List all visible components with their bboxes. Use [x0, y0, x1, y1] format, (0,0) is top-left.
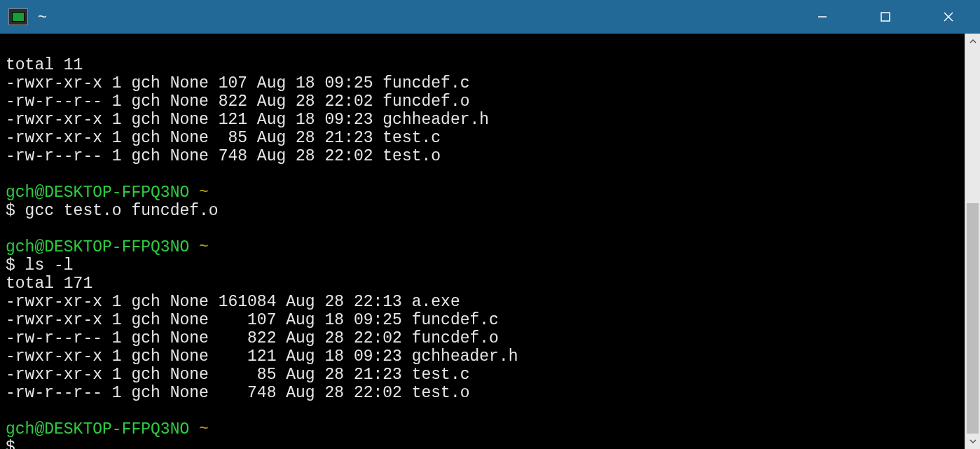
scrollbar[interactable]: [965, 34, 980, 449]
window-controls: [791, 0, 980, 34]
chevron-down-icon: [969, 438, 976, 445]
prompt-user: gch@DESKTOP-FFPQ3NO: [6, 420, 189, 438]
close-button[interactable]: [917, 0, 980, 34]
chevron-up-icon: [969, 38, 976, 45]
prompt-dollar: $: [6, 202, 25, 220]
scroll-thumb[interactable]: [967, 203, 979, 434]
prompt-path: ~: [189, 420, 209, 438]
ls-total-2: total 171: [6, 275, 92, 293]
command-2: ls -l: [25, 256, 74, 275]
svg-rect-1: [881, 13, 890, 21]
scroll-track[interactable]: [965, 49, 980, 434]
ls-row: -rwxr-xr-x 1 gch None 121 Aug 18 09:23 g…: [6, 111, 489, 129]
terminal-window: ~ total 11 -rwxr-xr-x 1 gch None 107 Aug…: [0, 0, 980, 449]
ls-row: -rw-r--r-- 1 gch None 748 Aug 28 22:02 t…: [6, 384, 470, 402]
app-icon: [8, 8, 28, 25]
titlebar[interactable]: ~: [0, 0, 980, 34]
scroll-down-button[interactable]: [965, 434, 980, 449]
maximize-button[interactable]: [854, 0, 917, 34]
prompt-user: gch@DESKTOP-FFPQ3NO: [6, 184, 189, 202]
ls-row: -rw-r--r-- 1 gch None 748 Aug 28 22:02 t…: [6, 147, 441, 165]
ls-row: -rw-r--r-- 1 gch None 822 Aug 28 22:02 f…: [6, 92, 470, 111]
ls-row: -rwxr-xr-x 1 gch None 85 Aug 28 21:23 te…: [6, 129, 441, 147]
maximize-icon: [880, 11, 891, 22]
ls-total-1: total 11: [6, 56, 83, 74]
ls-row: -rwxr-xr-x 1 gch None 85 Aug 28 21:23 te…: [6, 366, 470, 384]
prompt-dollar-final: $: [6, 438, 15, 449]
minimize-button[interactable]: [791, 0, 854, 34]
prompt-path: ~: [189, 238, 209, 256]
terminal-output[interactable]: total 11 -rwxr-xr-x 1 gch None 107 Aug 1…: [0, 34, 965, 449]
prompt-path: ~: [189, 184, 209, 202]
prompt-dollar: $: [6, 256, 25, 275]
close-icon: [942, 11, 955, 23]
blank-line: [6, 165, 959, 184]
ls-row: -rwxr-xr-x 1 gch None 107 Aug 18 09:25 f…: [6, 311, 499, 329]
ls-row: -rwxr-xr-x 1 gch None 161084 Aug 28 22:1…: [6, 293, 460, 311]
prompt-user: gch@DESKTOP-FFPQ3NO: [6, 238, 189, 256]
blank-line: [6, 402, 959, 420]
command-1: gcc test.o funcdef.o: [25, 202, 219, 220]
ls-row: -rwxr-xr-x 1 gch None 121 Aug 18 09:23 g…: [6, 347, 518, 366]
ls-row: -rw-r--r-- 1 gch None 822 Aug 28 22:02 f…: [6, 329, 499, 347]
ls-row: -rwxr-xr-x 1 gch None 107 Aug 18 09:25 f…: [6, 74, 470, 92]
blank-line: [6, 220, 959, 238]
scroll-up-button[interactable]: [965, 34, 980, 49]
minimize-icon: [816, 11, 829, 23]
window-title: ~: [38, 8, 791, 26]
content-area: total 11 -rwxr-xr-x 1 gch None 107 Aug 1…: [0, 34, 980, 449]
